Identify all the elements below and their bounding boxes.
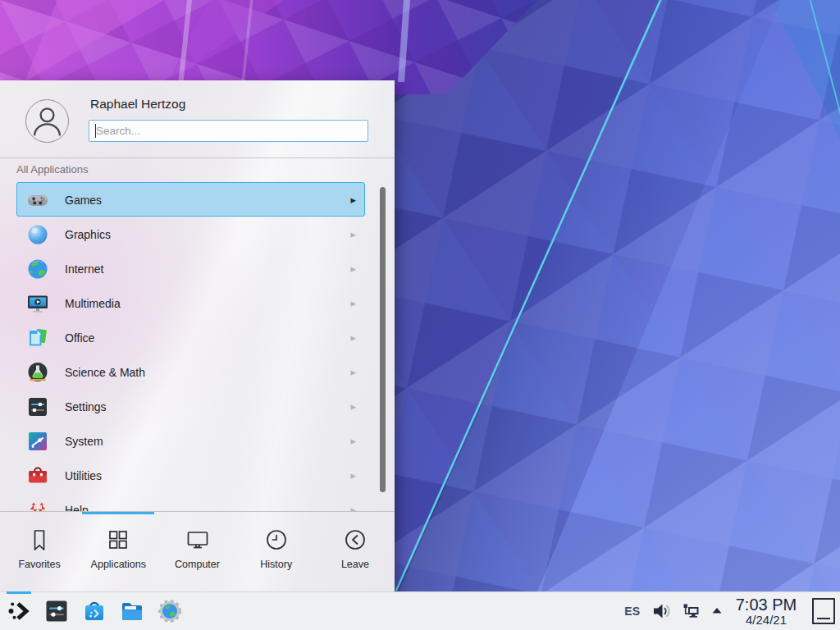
category-games[interactable]: Games ▸ [16, 182, 365, 217]
show-desktop-button[interactable] [812, 598, 835, 624]
submenu-arrow-icon: ▸ [350, 459, 356, 492]
dolphin-folder-icon [120, 599, 144, 623]
category-label: Utilities [65, 459, 102, 493]
submenu-arrow-icon: ▸ [350, 321, 356, 354]
tab-computer[interactable]: Computer [158, 512, 236, 591]
tab-label: History [260, 559, 292, 570]
tab-label: Computer [175, 559, 220, 570]
keyboard-layout-indicator[interactable]: ES [624, 605, 640, 618]
kde-kickoff-icon [7, 599, 31, 623]
office-documents-icon [26, 326, 49, 349]
tab-favorites[interactable]: Favorites [0, 512, 79, 591]
graphics-sphere-icon [26, 223, 49, 246]
category-office[interactable]: Office ▸ [16, 320, 365, 354]
application-launcher-menu: Raphael Hertzog All Applications [0, 80, 395, 591]
category-label: Settings [65, 390, 107, 424]
launcher-header: Raphael Hertzog [0, 80, 395, 158]
category-label: Science & Math [65, 355, 145, 390]
taskbar: ES 7:03 PM 4/24/21 [0, 591, 840, 630]
submenu-arrow-icon: ▸ [350, 424, 356, 458]
applications-grid-icon [106, 527, 130, 552]
category-help[interactable]: Help ▸ [16, 492, 365, 511]
settings-sliders-icon [26, 395, 49, 418]
submenu-arrow-icon: ▸ [350, 286, 356, 320]
internet-globe-icon [26, 258, 49, 281]
tab-label: Applications [91, 559, 146, 570]
system-tray: ES 7:03 PM 4/24/21 [624, 596, 840, 627]
category-list: Games ▸ Graphics ▸ [16, 182, 365, 511]
submenu-arrow-icon: ▸ [350, 252, 356, 285]
tab-label: Favorites [18, 559, 60, 570]
submenu-arrow-icon: ▸ [350, 217, 356, 251]
tab-applications[interactable]: Applications [79, 512, 158, 591]
tab-history[interactable]: History [237, 512, 316, 591]
submenu-arrow-icon: ▸ [350, 390, 356, 423]
user-avatar [25, 99, 69, 143]
history-clock-icon [264, 527, 289, 552]
section-label: All Applications [16, 163, 88, 176]
category-label: Multimedia [65, 286, 121, 321]
text-caret [95, 124, 96, 138]
search-field-wrap [89, 120, 368, 142]
favorites-bookmark-icon [27, 527, 52, 552]
category-settings[interactable]: Settings ▸ [16, 389, 365, 423]
submenu-arrow-icon: ▸ [350, 355, 356, 389]
science-flask-icon [26, 361, 49, 384]
file-manager-button[interactable] [120, 599, 144, 623]
discover-bag-icon [82, 599, 107, 623]
taskbar-app-icons [0, 599, 182, 623]
system-tuner-icon [26, 430, 49, 453]
launcher-button[interactable] [7, 599, 31, 623]
tab-label: Leave [341, 559, 369, 570]
wired-network-icon[interactable] [681, 601, 701, 621]
header-separator [0, 158, 395, 158]
multimedia-monitor-icon [26, 292, 49, 315]
submenu-arrow-icon: ▸ [350, 493, 356, 511]
submenu-arrow-icon: ▸ [350, 183, 356, 217]
category-label: Games [65, 183, 102, 217]
category-label: Graphics [65, 217, 111, 252]
clock-date: 4/24/21 [732, 614, 801, 627]
category-label: Help [65, 493, 89, 511]
active-task-indicator [7, 591, 31, 594]
leave-circle-icon [343, 527, 368, 552]
list-scrollbar[interactable] [380, 187, 386, 492]
system-settings-button[interactable] [44, 599, 69, 623]
launcher-tab-bar: Favorites Applications Computer [0, 511, 395, 591]
category-label: Office [65, 321, 94, 355]
category-graphics[interactable]: Graphics ▸ [16, 217, 365, 251]
category-science-math[interactable]: Science & Math ▸ [16, 354, 365, 389]
games-gamepad-icon [26, 189, 49, 212]
category-utilities[interactable]: Utilities ▸ [16, 458, 365, 492]
category-label: System [65, 424, 103, 459]
category-system[interactable]: System ▸ [16, 423, 365, 458]
konqueror-globe-icon [158, 599, 182, 623]
digital-clock[interactable]: 7:03 PM 4/24/21 [732, 596, 801, 627]
category-label: Internet [65, 252, 103, 286]
web-browser-button[interactable] [158, 599, 182, 623]
search-input[interactable] [89, 120, 368, 142]
utilities-toolbox-icon [26, 464, 49, 487]
system-settings-icon [44, 599, 69, 623]
clock-time: 7:03 PM [732, 596, 801, 614]
expand-tray-caret-icon[interactable] [710, 605, 724, 618]
discover-button[interactable] [82, 599, 107, 623]
user-name: Raphael Hertzog [90, 97, 185, 112]
tab-leave[interactable]: Leave [316, 512, 395, 591]
help-icon [26, 499, 49, 511]
category-internet[interactable]: Internet ▸ [16, 251, 365, 285]
volume-icon[interactable] [651, 601, 671, 621]
user-avatar-icon [26, 100, 68, 142]
computer-monitor-icon [185, 527, 210, 552]
category-multimedia[interactable]: Multimedia ▸ [16, 285, 365, 320]
